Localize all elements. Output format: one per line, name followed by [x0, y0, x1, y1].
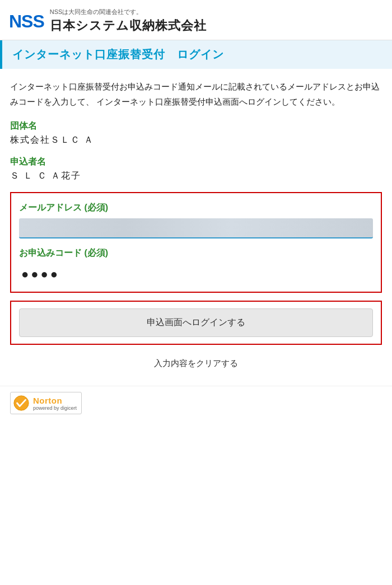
applicant-value: Ｓ Ｌ Ｃ Ａ花子 [10, 170, 382, 182]
clear-link[interactable]: 入力内容をクリアする [154, 358, 238, 368]
description-text: インターネット口座振替受付お申込みコード通知メールに記載されているメールアドレス… [10, 79, 382, 109]
email-input-blurred [19, 218, 373, 238]
page-title: インターネット口座振替受付 ログイン [12, 48, 224, 60]
email-field-label: メールアドレス (必須) [19, 202, 373, 214]
svg-point-0 [14, 396, 29, 410]
nss-logo: NSS [9, 12, 44, 30]
norton-checkmark-icon [13, 395, 30, 411]
norton-section: Norton powered by digicert [0, 386, 392, 425]
norton-label: Norton powered by digicert [33, 396, 77, 411]
norton-text: Norton [33, 396, 62, 405]
header: NSS NSSは大同生命の関連会社です。 日本システム収納株式会社 [0, 0, 392, 40]
norton-badge: Norton powered by digicert [10, 392, 82, 414]
code-input-dots: ●●●● [19, 264, 373, 284]
code-field-label: お申込みコード (必須) [19, 247, 373, 259]
button-section: 申込画面へログインする [10, 301, 382, 345]
company-info: NSSは大同生命の関連会社です。 日本システム収納株式会社 [50, 8, 207, 34]
organization-label: 団体名 [10, 120, 382, 132]
organization-value: 株式会社ＳＬＣ Ａ [10, 134, 382, 146]
company-name: 日本システム収納株式会社 [50, 17, 207, 34]
clear-link-area: 入力内容をクリアする [10, 353, 382, 380]
applicant-label: 申込者名 [10, 156, 382, 168]
page-title-bar: インターネット口座振替受付 ログイン [0, 40, 392, 69]
login-button[interactable]: 申込画面へログインする [19, 308, 373, 337]
logo-box: NSS NSSは大同生命の関連会社です。 日本システム収納株式会社 [9, 8, 207, 34]
main-content: インターネット口座振替受付お申込みコード通知メールに記載されているメールアドレス… [0, 69, 392, 386]
norton-subtext: powered by digicert [33, 405, 77, 411]
header-tagline: NSSは大同生命の関連会社です。 [50, 8, 207, 16]
form-section: メールアドレス (必須) お申込みコード (必須) ●●●● [10, 192, 382, 293]
